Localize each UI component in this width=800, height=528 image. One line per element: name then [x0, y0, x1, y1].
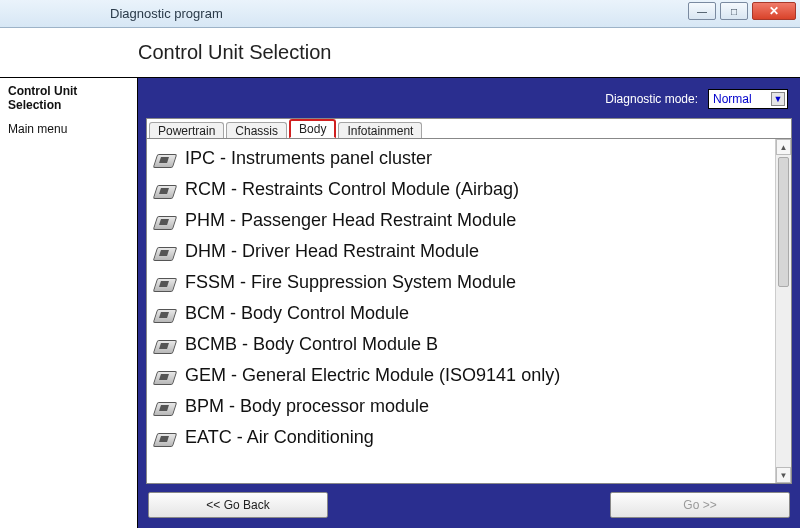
minimize-button[interactable]: — [688, 2, 716, 20]
list-item[interactable]: PHM - Passenger Head Restraint Module [151, 205, 771, 236]
chip-icon [153, 150, 175, 168]
scrollbar[interactable]: ▲ ▼ [775, 139, 791, 483]
tab-chassis[interactable]: Chassis [226, 122, 287, 139]
list-item-label: DHM - Driver Head Restraint Module [185, 241, 479, 262]
chip-icon [153, 305, 175, 323]
list-item-label: EATC - Air Conditioning [185, 427, 374, 448]
window-title: Diagnostic program [110, 6, 223, 21]
list-item-label: GEM - General Electric Module (ISO9141 o… [185, 365, 560, 386]
list-item[interactable]: RCM - Restraints Control Module (Airbag) [151, 174, 771, 205]
diagnostic-mode-select[interactable]: Normal ▼ [708, 89, 788, 109]
sidebar-title-line2: Selection [8, 98, 61, 112]
scroll-thumb[interactable] [778, 157, 789, 287]
main-panel: Diagnostic mode: Normal ▼ Powertrain Cha… [138, 78, 800, 528]
list-item-label: FSSM - Fire Suppression System Module [185, 272, 516, 293]
chip-icon [153, 429, 175, 447]
close-icon: ✕ [769, 4, 779, 18]
chip-icon [153, 367, 175, 385]
footer: << Go Back Go >> [146, 484, 792, 520]
list-item-label: BCM - Body Control Module [185, 303, 409, 324]
scroll-down-button[interactable]: ▼ [776, 467, 791, 483]
tab-infotainment[interactable]: Infotainment [338, 122, 422, 139]
diagnostic-mode-row: Diagnostic mode: Normal ▼ [146, 86, 792, 112]
sidebar-title: Control Unit Selection [8, 84, 129, 112]
tab-body[interactable]: Body [289, 119, 336, 138]
list-viewport: IPC - Instruments panel cluster RCM - Re… [147, 139, 775, 483]
tab-strip: Powertrain Chassis Body Infotainment [146, 118, 792, 138]
chip-icon [153, 398, 175, 416]
list-item[interactable]: BCMB - Body Control Module B [151, 329, 771, 360]
scroll-up-button[interactable]: ▲ [776, 139, 791, 155]
page-title: Control Unit Selection [138, 41, 331, 64]
list-item[interactable]: BCM - Body Control Module [151, 298, 771, 329]
list-item-label: BPM - Body processor module [185, 396, 429, 417]
chip-icon [153, 181, 175, 199]
close-button[interactable]: ✕ [752, 2, 796, 20]
chip-icon [153, 336, 175, 354]
minimize-icon: — [697, 6, 707, 17]
chip-icon [153, 212, 175, 230]
list-item[interactable]: DHM - Driver Head Restraint Module [151, 236, 771, 267]
sidebar-title-line1: Control Unit [8, 84, 77, 98]
page-header: Control Unit Selection [0, 28, 800, 78]
list-item[interactable]: BPM - Body processor module [151, 391, 771, 422]
list-item[interactable]: IPC - Instruments panel cluster [151, 143, 771, 174]
sidebar-item-main-menu[interactable]: Main menu [8, 122, 129, 136]
list-item[interactable]: EATC - Air Conditioning [151, 422, 771, 453]
chip-icon [153, 274, 175, 292]
maximize-button[interactable]: □ [720, 2, 748, 20]
window-controls: — □ ✕ [688, 2, 796, 20]
go-back-button[interactable]: << Go Back [148, 492, 328, 518]
list-item[interactable]: GEM - General Electric Module (ISO9141 o… [151, 360, 771, 391]
sidebar: Control Unit Selection Main menu [0, 78, 138, 528]
go-button[interactable]: Go >> [610, 492, 790, 518]
diagnostic-mode-value: Normal [713, 92, 752, 106]
tab-powertrain[interactable]: Powertrain [149, 122, 224, 139]
maximize-icon: □ [731, 6, 737, 17]
list-item[interactable]: FSSM - Fire Suppression System Module [151, 267, 771, 298]
control-unit-list: IPC - Instruments panel cluster RCM - Re… [146, 138, 792, 484]
chip-icon [153, 243, 175, 261]
list-item-label: RCM - Restraints Control Module (Airbag) [185, 179, 519, 200]
list-item-label: IPC - Instruments panel cluster [185, 148, 432, 169]
chevron-down-icon: ▼ [771, 92, 785, 106]
list-item-label: PHM - Passenger Head Restraint Module [185, 210, 516, 231]
list-item-label: BCMB - Body Control Module B [185, 334, 438, 355]
diagnostic-mode-label: Diagnostic mode: [605, 92, 698, 106]
window-titlebar: Diagnostic program — □ ✕ [0, 0, 800, 28]
